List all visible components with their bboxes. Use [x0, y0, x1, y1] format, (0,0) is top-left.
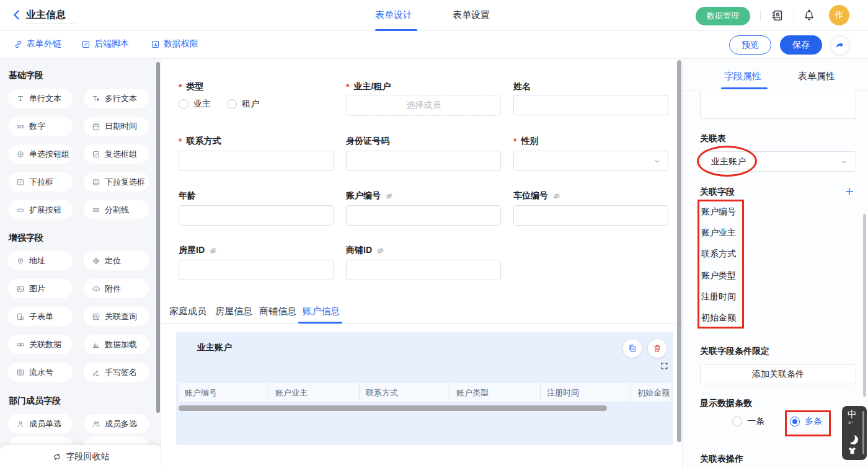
field-related-query[interactable]: 关联查询 [84, 307, 149, 326]
field-extend-button[interactable]: 扩展按钮 [8, 200, 73, 219]
field-data-load[interactable]: 数据加载 [84, 335, 149, 354]
external-link-button[interactable]: 表单外链 [14, 38, 61, 50]
field-label: 单选按钮组 [29, 149, 69, 160]
delete-button[interactable] [648, 339, 666, 358]
field-address[interactable]: 地址 [8, 251, 73, 270]
related-field-item[interactable]: 账户编号 [701, 206, 736, 218]
field-multi-line-text[interactable]: 多行文本 [84, 89, 149, 108]
related-table-value: 业主账户 [711, 156, 746, 167]
age-input[interactable] [179, 205, 334, 226]
column-header: 账户编号 [179, 383, 269, 402]
field-label: 单行文本 [29, 93, 61, 104]
lookup-icon [92, 312, 100, 321]
preview-button[interactable]: 预览 [729, 35, 771, 55]
field-label: 手写签名 [105, 367, 137, 378]
eye-off-icon[interactable] [384, 192, 394, 201]
backend-script-button[interactable]: 后端脚本 [81, 38, 129, 50]
id-card-input[interactable] [346, 151, 501, 171]
subtable-header-row: 账户编号 账户业主 联系方式 账户类型 注册时间 初始金额 [179, 383, 671, 403]
shirt-skin-icon[interactable] [847, 446, 857, 456]
ime-language-indicator[interactable]: 中 [848, 408, 857, 420]
contact-input[interactable] [179, 151, 334, 171]
field-dropdown[interactable]: 下拉框 [8, 172, 73, 192]
back-icon[interactable] [10, 8, 24, 22]
related-field-item[interactable]: 初始金额 [701, 312, 736, 324]
field-member-multi[interactable]: 成员多选 [84, 414, 149, 433]
owner-account-subtable[interactable]: 业主账户 账户编号 账户业主 联系方式 账户类型 注册时间 初始金额 [176, 332, 673, 445]
field-member-single[interactable]: 成员单选 [8, 414, 73, 433]
radio-single-record[interactable]: 一条 [732, 416, 764, 427]
backend-script-label: 后端脚本 [94, 38, 129, 50]
input-method-widget[interactable]: 中 °’ [842, 406, 867, 460]
add-condition-button[interactable]: 添加关联条件 [700, 364, 856, 384]
avatar[interactable]: 作 [829, 5, 849, 25]
field-recycle-bin-button[interactable]: 字段回收站 [0, 445, 161, 468]
eye-off-icon[interactable] [376, 246, 385, 255]
panel-scrollbar[interactable] [863, 214, 866, 397]
field-single-line-text[interactable]: 单行文本 [8, 89, 73, 108]
add-field-icon[interactable] [844, 186, 855, 197]
field-divider[interactable]: 分割线 [84, 200, 149, 219]
cloud-upload-icon [92, 285, 100, 293]
related-table-select[interactable]: 业主账户 [700, 151, 856, 172]
radio-multiple-records[interactable]: 多条 [790, 416, 822, 427]
shop-id-input[interactable] [346, 260, 501, 280]
moon-icon[interactable] [846, 433, 855, 443]
tab-shop-info[interactable]: 商铺信息 [259, 306, 296, 317]
field-label: 复选框组 [105, 149, 137, 160]
tab-form-design[interactable]: 表单设计 [375, 9, 412, 21]
parking-no-input[interactable] [513, 205, 668, 226]
save-button[interactable]: 保存 [780, 35, 822, 55]
field-checkbox-group[interactable]: 复选框组 [84, 144, 149, 164]
address-book-icon[interactable] [770, 9, 784, 22]
house-id-input[interactable] [179, 260, 334, 280]
truncated-input-box[interactable] [700, 91, 856, 119]
field-datetime[interactable]: 日期时间 [84, 117, 149, 136]
tab-form-settings[interactable]: 表单设置 [453, 9, 490, 21]
data-manage-button[interactable]: 数据管理 [696, 7, 750, 25]
account-no-input[interactable] [346, 205, 501, 226]
radio-owner[interactable]: 业主 [179, 99, 211, 110]
bell-icon[interactable] [802, 9, 816, 22]
data-permission-button[interactable]: 数据权限 [151, 38, 198, 50]
field-location[interactable]: 定位 [84, 251, 149, 270]
tab-field-properties[interactable]: 字段属性 [724, 71, 761, 82]
related-field-item[interactable]: 联系方式 [701, 249, 736, 260]
related-field-item[interactable]: 账户类型 [701, 270, 736, 281]
tab-house-info[interactable]: 房屋信息 [215, 306, 252, 317]
person-icon [16, 420, 25, 428]
field-multi-dropdown[interactable]: 下拉复选框 [84, 172, 149, 192]
eye-off-icon[interactable] [208, 246, 218, 255]
related-field-item[interactable]: 账户业主 [701, 227, 736, 239]
type-radio-group: 业主 租户 [179, 99, 259, 110]
radio-tenant[interactable]: 租户 [227, 99, 259, 110]
share-button[interactable] [830, 35, 850, 55]
eye-off-icon[interactable] [552, 192, 561, 201]
field-number[interactable]: 数字 [8, 117, 73, 136]
tab-family-members[interactable]: 家庭成员 [169, 306, 206, 317]
field-radio-group[interactable]: 单选按钮组 [8, 144, 73, 164]
field-serial-number[interactable]: 流水号 [8, 363, 73, 382]
field-attachment[interactable]: 附件 [84, 279, 149, 298]
punctuation-icon[interactable]: °’ [848, 420, 854, 428]
field-image[interactable]: 图片 [8, 279, 73, 298]
field-label: 定位 [105, 255, 121, 267]
field-subform[interactable]: 子表单 [8, 307, 73, 326]
expand-icon[interactable] [660, 361, 669, 371]
canvas-scrollbar[interactable] [677, 60, 681, 442]
related-field-item[interactable]: 注册时间 [701, 291, 736, 302]
field-signature[interactable]: 手写签名 [84, 363, 149, 382]
field-label: 分割线 [105, 205, 129, 216]
member-picker[interactable]: 选择成员 [346, 95, 501, 116]
serial-icon [16, 368, 25, 377]
data-permission-icon [151, 40, 160, 49]
gender-select[interactable] [513, 151, 668, 171]
subtable-horizontal-scrollbar[interactable] [179, 405, 607, 411]
duplicate-button[interactable] [623, 339, 642, 358]
tab-form-properties[interactable]: 表单属性 [798, 71, 835, 82]
bar-chart-icon [92, 340, 100, 349]
tab-account-info[interactable]: 账户信息 [303, 306, 340, 317]
field-related-data[interactable]: 关联数据 [8, 335, 73, 354]
sidebar-scrollbar[interactable] [156, 62, 160, 413]
name-input[interactable] [513, 95, 668, 115]
